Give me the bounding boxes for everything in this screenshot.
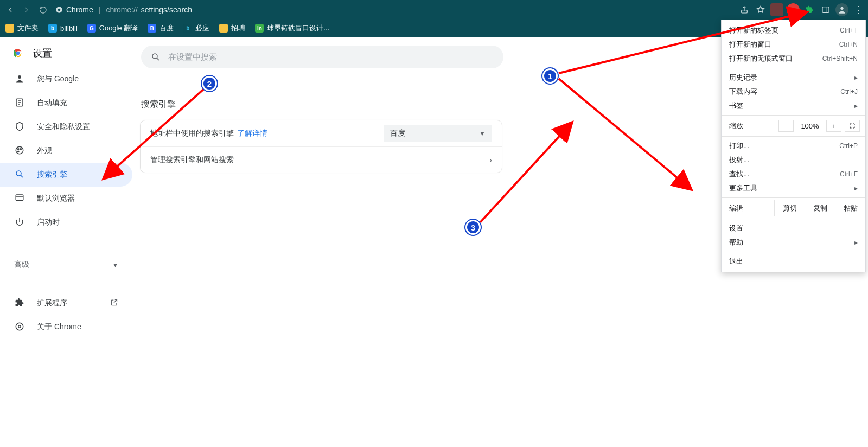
sidebar-item-search-engine[interactable]: 搜索引擎 <box>0 163 132 187</box>
sidebar-item-startup[interactable]: 启动时 <box>0 210 132 234</box>
bookmark-label: 招聘 <box>231 23 245 33</box>
annotation-badge-1: 1 <box>542 68 558 84</box>
site-icon: in <box>255 24 264 33</box>
sidebar-item-extensions[interactable]: 扩展程序 <box>0 291 132 315</box>
caret-down-icon: ▼ <box>479 130 486 137</box>
sidebar-item-appearance[interactable]: 外观 <box>0 139 132 163</box>
chrome-menu-button[interactable]: ⋮ <box>852 3 865 16</box>
menu-paste[interactable]: 粘贴 <box>835 200 865 216</box>
svg-point-15 <box>18 148 19 149</box>
zoom-out-button[interactable]: − <box>778 120 794 132</box>
row-manage-search-engines[interactable]: 管理搜索引擎和网站搜索 › <box>141 146 502 173</box>
bookmark-casting[interactable]: in球墨铸铁冒口设计... <box>255 23 329 33</box>
search-icon <box>14 169 25 181</box>
reload-button[interactable] <box>36 3 50 17</box>
chrome-outline-icon <box>14 322 25 333</box>
star-icon[interactable] <box>754 3 767 16</box>
svg-rect-3 <box>822 7 829 13</box>
fullscreen-button[interactable] <box>845 120 860 132</box>
sidebar-item-default-browser[interactable]: 默认浏览器 <box>0 187 132 210</box>
google-translate-icon: G <box>87 24 96 33</box>
bookmark-label: 球墨铸铁冒口设计... <box>267 23 329 33</box>
menu-cut[interactable]: 剪切 <box>774 200 805 216</box>
menu-cast[interactable]: 投射... <box>722 153 865 167</box>
menu-find[interactable]: 查找...Ctrl+F <box>722 167 865 181</box>
menu-new-window[interactable]: 打开新的窗口Ctrl+N <box>722 37 865 52</box>
bing-icon: b <box>183 24 192 33</box>
search-placeholder: 在设置中搜索 <box>168 52 217 62</box>
svg-point-24 <box>152 54 157 59</box>
svg-point-16 <box>20 148 21 149</box>
menu-exit[interactable]: 退出 <box>722 254 865 269</box>
baidu-icon: B <box>148 24 156 33</box>
chrome-overflow-menu: 打开新的标签页Ctrl+T 打开新的窗口Ctrl+N 打开新的无痕式窗口Ctrl… <box>721 20 866 272</box>
extension-box-icon[interactable] <box>770 3 783 16</box>
bookmark-bing[interactable]: b必应 <box>183 23 209 33</box>
menu-print[interactable]: 打印...Ctrl+P <box>722 139 865 153</box>
extensions-puzzle-icon[interactable] <box>803 3 816 16</box>
zoom-in-button[interactable]: + <box>826 120 841 132</box>
bookmark-google-translate[interactable]: GGoogle 翻译 <box>87 23 138 33</box>
menu-zoom: 缩放 − 100% + <box>722 118 865 134</box>
browser-icon <box>14 193 25 205</box>
bookmark-zhaopin[interactable]: 招聘 <box>219 23 245 33</box>
menu-copy[interactable]: 复制 <box>805 200 835 216</box>
svg-point-22 <box>16 323 23 330</box>
folder-icon <box>219 24 228 33</box>
svg-line-19 <box>21 175 23 177</box>
sidebar-item-autofill[interactable]: 自动填充 <box>0 91 132 115</box>
select-value: 百度 <box>390 129 405 138</box>
address-bar[interactable]: Chrome | chrome://settings/search <box>55 2 729 17</box>
settings-search-input[interactable]: 在设置中搜索 <box>141 46 503 68</box>
extension-download-icon[interactable]: ↓ <box>787 3 800 16</box>
share-icon[interactable] <box>738 3 751 16</box>
back-button[interactable] <box>3 3 17 17</box>
sidebar-item-about[interactable]: 关于 Chrome <box>0 315 132 339</box>
menu-history[interactable]: 历史记录▸ <box>722 71 865 85</box>
chevron-right-icon: › <box>489 156 492 164</box>
bookmark-baidu[interactable]: B百度 <box>148 23 174 33</box>
profile-avatar-icon[interactable] <box>835 3 848 16</box>
row-label: 地址栏中使用的搜索引擎 <box>150 129 234 138</box>
settings-title: 设置 <box>33 47 52 60</box>
sidebar-item-advanced[interactable]: 高级▾ <box>0 253 132 277</box>
svg-point-23 <box>18 325 21 328</box>
caret-down-icon: ▾ <box>113 260 117 269</box>
search-engine-select[interactable]: 百度 ▼ <box>384 125 492 142</box>
omnibox-app-label: Chrome <box>66 5 93 14</box>
folder-icon <box>5 24 14 33</box>
palette-icon <box>14 145 25 157</box>
row-default-search-engine: 地址栏中使用的搜索引擎 了解详情 百度 ▼ <box>141 120 502 146</box>
menu-bookmarks[interactable]: 书签▸ <box>722 99 865 113</box>
settings-sidebar: 设置 您与 Google 自动填充 安全和隐私设置 外观 搜索引擎 默认浏览器 … <box>0 37 140 447</box>
menu-downloads[interactable]: 下载内容Ctrl+J <box>722 85 865 99</box>
search-icon <box>151 52 161 62</box>
chrome-favicon-icon <box>55 6 63 14</box>
menu-incognito[interactable]: 打开新的无痕式窗口Ctrl+Shift+N <box>722 52 865 66</box>
zoom-value: 100% <box>797 122 823 130</box>
power-icon <box>14 217 25 228</box>
bookmark-bilibili[interactable]: bbilibili <box>48 24 78 33</box>
chrome-logo-icon <box>12 47 24 59</box>
svg-point-5 <box>840 7 843 10</box>
bookmark-label: 文件夹 <box>17 23 39 33</box>
svg-rect-20 <box>16 195 23 201</box>
browser-titlebar: Chrome | chrome://settings/search ↓ ⋮ <box>0 0 868 20</box>
menu-settings[interactable]: 设置 <box>722 221 865 235</box>
bookmark-label: 必应 <box>195 23 209 33</box>
sidebar-item-privacy[interactable]: 安全和隐私设置 <box>0 115 132 139</box>
menu-help[interactable]: 帮助▸ <box>722 235 865 250</box>
open-external-icon <box>110 298 118 308</box>
learn-more-link[interactable]: 了解详情 <box>237 129 267 138</box>
menu-new-tab[interactable]: 打开新的标签页Ctrl+T <box>722 23 865 37</box>
autofill-icon <box>14 98 25 109</box>
bookmark-folder[interactable]: 文件夹 <box>5 23 39 33</box>
search-engine-card: 地址栏中使用的搜索引擎 了解详情 百度 ▼ 管理搜索引擎和网站搜索 › <box>140 120 502 173</box>
omnibox-url-scheme: chrome:// <box>106 5 137 14</box>
omnibox-url-path: settings/search <box>141 5 192 14</box>
bookmark-label: 百度 <box>159 23 174 33</box>
forward-button[interactable] <box>20 3 34 17</box>
sidebar-item-you-and-google[interactable]: 您与 Google <box>0 67 132 91</box>
menu-more-tools[interactable]: 更多工具▸ <box>722 181 865 195</box>
panel-icon[interactable] <box>819 3 832 16</box>
